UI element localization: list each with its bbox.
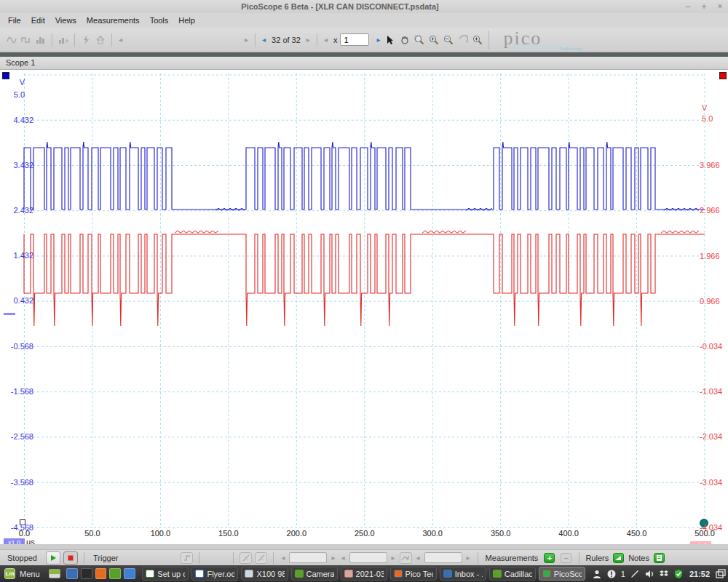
tab-scope1[interactable]: Scope 1	[0, 57, 728, 67]
close-button[interactable]: ×	[712, 1, 728, 12]
rulers-label: Rulers	[584, 554, 610, 562]
taskbar-window-inbox[interactable]: Inbox - ...	[440, 567, 486, 581]
minimize-button[interactable]: –	[680, 1, 696, 12]
prev-group-button[interactable]: ▸	[242, 36, 251, 44]
taskbar-window-picotec[interactable]: Pico Tec...	[390, 567, 437, 581]
next-buffer-button[interactable]: ▸	[304, 36, 313, 44]
dropbox-icon[interactable]	[659, 569, 669, 579]
show-desktop-button[interactable]	[49, 569, 61, 578]
bottom-separator	[579, 552, 579, 564]
auto-setup-icon[interactable]	[79, 33, 93, 47]
rulers-button[interactable]	[613, 553, 624, 563]
clock[interactable]: 21:52	[689, 570, 710, 578]
trigger-threshold-decrease[interactable]: ◂	[278, 554, 288, 562]
square-wave-icon-glyph	[21, 35, 31, 45]
zoom-window-icon[interactable]	[412, 33, 427, 47]
window-label: PicoSco...	[554, 570, 582, 578]
scope-plot-area[interactable]: V5.04.4323.4322.4321.4320.432-0.568-1.56…	[0, 70, 728, 544]
stop-button[interactable]	[63, 551, 78, 565]
zoom-in-icon[interactable]	[427, 33, 441, 47]
trigger-hysteresis-field[interactable]	[349, 552, 387, 563]
menu-views[interactable]: Views	[50, 14, 82, 27]
launcher-terminal-icon[interactable]	[81, 568, 92, 579]
maximize-button[interactable]: +	[696, 1, 712, 12]
first-buffer-button[interactable]: ◂	[116, 36, 125, 44]
pre-trigger-field[interactable]	[424, 552, 462, 563]
taskbar-window-picoscope-active[interactable]: PicoSco...	[539, 567, 585, 581]
notes-button[interactable]	[654, 553, 665, 563]
toolbar-separator	[111, 33, 112, 47]
taskbar-window-camera[interactable]: Camera...	[291, 567, 338, 581]
menu-measurements[interactable]: Measurements	[82, 14, 145, 27]
pre-trigger-increase[interactable]: ▸	[464, 554, 473, 562]
window-icon	[295, 570, 304, 578]
zoom-factor-input[interactable]	[340, 33, 369, 46]
menu-file[interactable]: File	[3, 14, 26, 27]
remove-measurement-button[interactable]: –	[561, 553, 571, 563]
zoom-out-icon[interactable]	[441, 33, 456, 47]
home-icon[interactable]	[93, 33, 108, 47]
scope-tab-bar: Scope 1	[0, 57, 728, 70]
taskbar-window-x10098[interactable]: X100 98...	[241, 567, 288, 581]
window-icon	[146, 570, 154, 578]
menu-edit[interactable]: Edit	[26, 14, 50, 27]
trigger-hysteresis-decrease[interactable]: ◂	[338, 554, 347, 562]
taskbar-window-setupc[interactable]: Set up c...	[142, 567, 189, 581]
square-wave-icon[interactable]	[19, 33, 33, 47]
cursor-tool-icon[interactable]	[383, 33, 397, 47]
mint-menu-button[interactable]: LmMenu	[0, 565, 44, 582]
launcher-desktop-app-icon[interactable]	[124, 568, 135, 579]
security-shield-icon[interactable]	[673, 569, 684, 579]
channel-a-marker[interactable]	[2, 72, 9, 79]
falling-edge-button[interactable]	[255, 552, 267, 564]
histogram-icon[interactable]	[33, 33, 48, 47]
taskbar-window-flyerod[interactable]: Flyer.od...	[191, 567, 238, 581]
pre-trigger-decrease[interactable]: ◂	[414, 554, 423, 562]
rising-edge-button[interactable]	[240, 552, 252, 564]
window-icon	[493, 570, 502, 578]
user-applet-icon[interactable]	[592, 569, 602, 579]
zoom-in-x-button[interactable]: ▸	[373, 36, 383, 44]
x-axis-tick: 300.0	[414, 529, 451, 538]
left-axis-tick: -3.568	[1, 477, 33, 487]
zoom-out-x-button[interactable]: ◂	[321, 36, 331, 44]
taskbar-window-202103[interactable]: 2021-03...	[341, 567, 387, 581]
pico-logo-subtitle: Technology	[560, 47, 582, 51]
add-measurement-button[interactable]: +	[544, 553, 555, 563]
notifications-icon[interactable]	[606, 569, 617, 579]
bottom-separator	[478, 552, 478, 564]
run-button[interactable]	[46, 551, 60, 565]
notes-icon	[654, 554, 664, 562]
xy-histogram-icon[interactable]	[56, 33, 71, 47]
buffer-counter: 32 of 32	[272, 36, 301, 44]
trigger-marker-button[interactable]	[400, 552, 412, 564]
launcher-firefox-icon[interactable]	[95, 568, 107, 579]
dropbox-icon-glyph	[659, 569, 669, 579]
volume-icon[interactable]	[644, 569, 654, 579]
channel-b-marker[interactable]	[719, 72, 727, 79]
workspace-switcher-icon[interactable]	[716, 569, 726, 579]
toolbar-separator	[317, 33, 317, 47]
x-axis-tick: 150.0	[210, 529, 247, 538]
trigger-marker-icon	[401, 554, 410, 562]
pan-tool-icon[interactable]	[397, 33, 412, 47]
trigger-threshold-field[interactable]	[289, 552, 327, 563]
menu-help[interactable]: Help	[173, 14, 200, 27]
prev-buffer-button[interactable]: ◂	[259, 36, 269, 44]
sine-wave-icon[interactable]	[4, 33, 19, 47]
channel-a-offset-marker[interactable]	[4, 313, 15, 315]
menu-tools[interactable]: Tools	[145, 14, 174, 27]
x-axis-tick: 50.0	[74, 529, 111, 538]
toolbar-separator	[52, 33, 52, 47]
trigger-threshold-increase[interactable]: ▸	[328, 554, 338, 562]
trigger-hysteresis-increase[interactable]: ▸	[389, 554, 398, 562]
tablet-pen-icon[interactable]	[630, 569, 640, 579]
undo-zoom-icon[interactable]	[456, 33, 470, 47]
taskbar-window-cadillac[interactable]: Cadillac	[489, 567, 536, 581]
left-axis-tick: -1.568	[1, 386, 33, 396]
zoom-full-icon[interactable]	[470, 33, 485, 47]
trigger-type-button[interactable]	[181, 552, 193, 564]
window-label: Inbox - ...	[455, 570, 483, 578]
launcher-files-icon[interactable]	[109, 568, 121, 579]
launcher-thunderbird-icon[interactable]	[66, 568, 78, 579]
